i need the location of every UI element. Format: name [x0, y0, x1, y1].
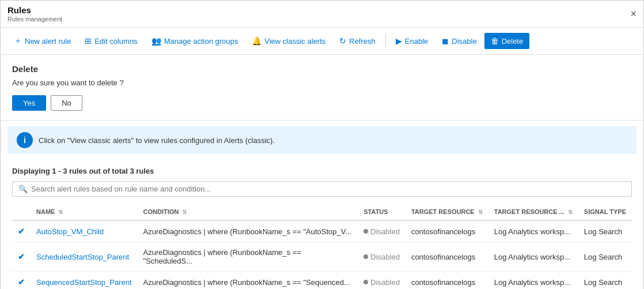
row-status: Disabled: [358, 220, 406, 242]
status-dot-icon: [363, 229, 368, 234]
title-bar: Rules Rules management ×: [1, 1, 643, 28]
main-content: Displaying 1 - 3 rules out of total 3 ru…: [1, 160, 643, 289]
row-target-resource: contosofinancelogs: [406, 272, 488, 290]
row-check[interactable]: ✔: [12, 242, 31, 272]
status-dot-icon: [363, 254, 368, 259]
checkmark-icon: ✔: [18, 227, 25, 236]
status-dot-icon: [363, 280, 368, 284]
yes-button[interactable]: Yes: [12, 95, 46, 111]
status-badge: Disabled: [363, 227, 400, 236]
rules-window: Rules Rules management × ＋ New alert rul…: [0, 0, 644, 289]
refresh-button[interactable]: ↻ Refresh: [333, 33, 382, 49]
rule-name-link[interactable]: ScheduledStartStop_Parent: [36, 253, 129, 261]
rule-name-link[interactable]: SequencedStartStop_Parent: [36, 278, 132, 287]
delete-question: Are you sure you want to delete ?: [12, 78, 632, 87]
no-button[interactable]: No: [51, 95, 82, 111]
row-check[interactable]: ✔: [12, 272, 31, 290]
columns-icon: ⊞: [85, 36, 92, 46]
enable-button[interactable]: ▶ Enable: [389, 33, 434, 49]
close-button[interactable]: ×: [630, 9, 637, 19]
table-row: ✔ AutoStop_VM_Child AzureDiagnostics | w…: [12, 220, 632, 242]
row-condition: AzureDiagnostics | where (RunbookName_s …: [138, 242, 358, 272]
edit-columns-button[interactable]: ⊞ Edit columns: [78, 33, 143, 49]
delete-button[interactable]: 🗑 Delete: [484, 33, 530, 49]
target-resource-type-sort-icon[interactable]: ⇅: [568, 209, 573, 215]
refresh-icon: ↻: [339, 36, 346, 46]
toolbar: ＋ New alert rule ⊞ Edit columns 👥 Manage…: [1, 28, 643, 55]
col-status: STATUS: [358, 204, 406, 220]
manage-action-groups-button[interactable]: 👥 Manage action groups: [145, 33, 245, 49]
table-row: ✔ ScheduledStartStop_Parent AzureDiagnos…: [12, 242, 632, 272]
search-icon: 🔍: [18, 185, 28, 193]
checkmark-icon: ✔: [18, 252, 25, 261]
disable-button[interactable]: ◼ Disable: [435, 33, 483, 49]
people-icon: 👥: [151, 36, 161, 46]
trash-icon: 🗑: [491, 36, 499, 46]
row-signal-type: Log Search: [578, 272, 632, 290]
row-signal-type: Log Search: [578, 220, 632, 242]
info-text: Click on "View classic alerts" to view r…: [39, 136, 275, 145]
row-target-resource-type: Log Analytics worksp...: [488, 272, 578, 290]
title-bar-left: Rules Rules management: [7, 5, 62, 22]
name-sort-icon[interactable]: ⇅: [58, 209, 63, 215]
toolbar-separator: [385, 34, 386, 48]
row-condition: AzureDiagnostics | where (RunbookName_s …: [138, 272, 358, 290]
delete-confirm-panel: Delete Are you sure you want to delete ?…: [1, 55, 643, 121]
plus-icon: ＋: [14, 36, 22, 46]
delete-title: Delete: [12, 64, 632, 74]
col-target-resource-type: TARGET RESOURCE ... ⇅: [488, 204, 578, 220]
col-target-resource: TARGET RESOURCE ⇅: [406, 204, 488, 220]
target-resource-sort-icon[interactable]: ⇅: [478, 209, 483, 215]
table-header: NAME ⇅ CONDITION ⇅ STATUS TARGET RESOURC…: [12, 204, 632, 220]
table-body: ✔ AutoStop_VM_Child AzureDiagnostics | w…: [12, 220, 632, 289]
play-icon: ▶: [396, 36, 402, 46]
view-classic-alerts-button[interactable]: 🔔 View classic alerts: [245, 33, 332, 49]
search-bar: 🔍: [12, 181, 632, 197]
row-target-resource: contosofinancelogs: [406, 220, 488, 242]
status-badge: Disabled: [363, 278, 400, 287]
confirm-buttons: Yes No: [12, 95, 632, 111]
row-name: ScheduledStartStop_Parent: [31, 242, 138, 272]
info-bar: i Click on "View classic alerts" to view…: [7, 126, 637, 154]
rule-name-link[interactable]: AutoStop_VM_Child: [36, 227, 104, 236]
row-status: Disabled: [358, 242, 406, 272]
info-icon: i: [17, 132, 33, 148]
condition-sort-icon[interactable]: ⇅: [182, 209, 187, 215]
status-badge: Disabled: [363, 253, 400, 261]
new-alert-rule-button[interactable]: ＋ New alert rule: [7, 32, 77, 50]
window-subtitle: Rules management: [7, 16, 62, 22]
row-status: Disabled: [358, 272, 406, 290]
row-signal-type: Log Search: [578, 242, 632, 272]
rules-table: NAME ⇅ CONDITION ⇅ STATUS TARGET RESOURC…: [12, 204, 632, 289]
row-check[interactable]: ✔: [12, 220, 31, 242]
row-name: SequencedStartStop_Parent: [31, 272, 138, 290]
search-input[interactable]: [31, 185, 626, 193]
stop-icon: ◼: [442, 36, 449, 46]
window-title: Rules: [7, 5, 62, 15]
table-row: ✔ SequencedStartStop_Parent AzureDiagnos…: [12, 272, 632, 290]
bell-icon: 🔔: [252, 36, 262, 46]
row-target-resource-type: Log Analytics worksp...: [488, 242, 578, 272]
row-target-resource: contosofinancelogs: [406, 242, 488, 272]
col-condition: CONDITION ⇅: [138, 204, 358, 220]
header-row: NAME ⇅ CONDITION ⇅ STATUS TARGET RESOURC…: [12, 204, 632, 220]
displaying-count: Displaying 1 - 3 rules out of total 3 ru…: [12, 167, 632, 175]
col-check: [12, 204, 31, 220]
row-condition: AzureDiagnostics | where (RunbookName_s …: [138, 220, 358, 242]
checkmark-icon: ✔: [18, 277, 25, 287]
row-name: AutoStop_VM_Child: [31, 220, 138, 242]
col-name: NAME ⇅: [31, 204, 138, 220]
row-target-resource-type: Log Analytics worksp...: [488, 220, 578, 242]
col-signal-type: SIGNAL TYPE: [578, 204, 632, 220]
